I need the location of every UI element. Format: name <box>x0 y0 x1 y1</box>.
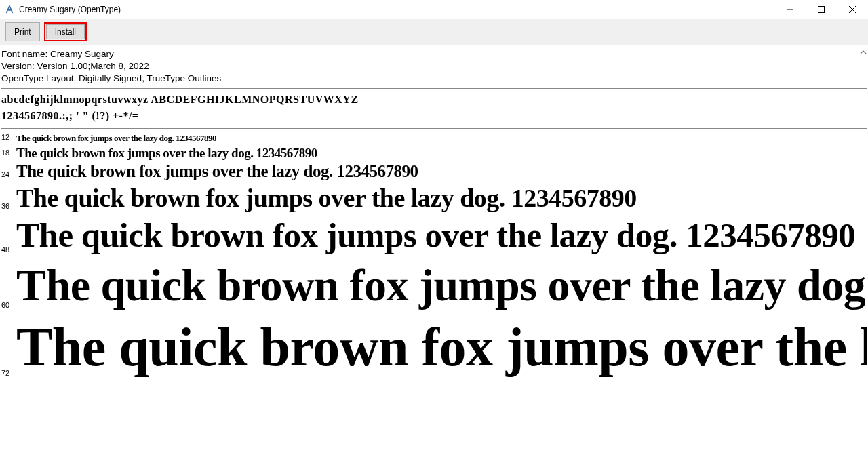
scroll-up-icon[interactable] <box>860 48 867 55</box>
alphabet-line2: 1234567890.:,; ' " (!?) +-*/= <box>1 108 867 124</box>
size-label: 24 <box>1 170 16 182</box>
sample-text: The quick brown fox jumps over the lazy … <box>16 313 867 381</box>
content-wrapper: Font name: Creamy Sugary Version: Versio… <box>0 45 868 461</box>
font-meta: Font name: Creamy Sugary Version: Versio… <box>1 48 867 89</box>
font-app-icon <box>4 4 15 15</box>
content: Font name: Creamy Sugary Version: Versio… <box>0 45 868 461</box>
sample-row: 12The quick brown fox jumps over the laz… <box>1 133 867 145</box>
sample-row: 60The quick brown fox jumps over the laz… <box>1 258 867 314</box>
install-highlight: Install <box>44 22 87 41</box>
sample-text: The quick brown fox jumps over the lazy … <box>16 258 867 314</box>
font-features-line: OpenType Layout, Digitally Signed, TrueT… <box>1 73 867 85</box>
toolbar: Print Install <box>0 19 868 45</box>
size-label: 12 <box>1 133 16 145</box>
size-label: 60 <box>1 301 16 313</box>
close-button[interactable] <box>837 0 868 19</box>
size-label: 18 <box>1 148 16 161</box>
maximize-button[interactable] <box>806 0 837 19</box>
alphabet-preview: abcdefghijklmnopqrstuvwxyz ABCDEFGHIJKLM… <box>1 89 867 129</box>
sample-row: 48The quick brown fox jumps over the laz… <box>1 214 867 258</box>
sample-row: 36The quick brown fox jumps over the laz… <box>1 182 867 215</box>
sample-text: The quick brown fox jumps over the lazy … <box>16 133 216 144</box>
size-label: 48 <box>1 245 16 258</box>
sample-list: 12The quick brown fox jumps over the laz… <box>1 129 867 382</box>
titlebar-left: Creamy Sugary (OpenType) <box>4 4 121 15</box>
sample-row: 72The quick brown fox jumps over the laz… <box>1 313 867 381</box>
sample-text: The quick brown fox jumps over the lazy … <box>16 214 855 258</box>
alphabet-line1: abcdefghijklmnopqrstuvwxyz ABCDEFGHIJKLM… <box>1 92 867 108</box>
sample-row: 18The quick brown fox jumps over the laz… <box>1 145 867 161</box>
size-label: 72 <box>1 369 16 381</box>
size-label: 36 <box>1 202 16 214</box>
titlebar: Creamy Sugary (OpenType) <box>0 0 868 19</box>
font-version-line: Version: Version 1.00;March 8, 2022 <box>1 60 867 73</box>
sample-text: The quick brown fox jumps over the lazy … <box>16 145 317 161</box>
sample-text: The quick brown fox jumps over the lazy … <box>16 161 418 182</box>
window-title: Creamy Sugary (OpenType) <box>19 5 121 14</box>
sample-text: The quick brown fox jumps over the lazy … <box>16 182 637 215</box>
install-button[interactable]: Install <box>46 24 85 39</box>
svg-rect-1 <box>818 7 825 13</box>
window-controls <box>774 0 868 19</box>
sample-row: 24The quick brown fox jumps over the laz… <box>1 161 867 182</box>
print-button[interactable]: Print <box>5 22 40 41</box>
minimize-button[interactable] <box>774 0 806 19</box>
font-name-line: Font name: Creamy Sugary <box>1 48 867 60</box>
